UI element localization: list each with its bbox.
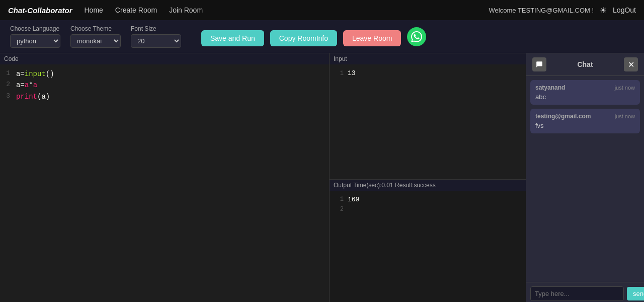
chat-msg-header-0: satyanand just now bbox=[535, 84, 635, 91]
code-line-1: 1 a=input() bbox=[0, 68, 329, 80]
code-editor[interactable]: 1 a=input() 2 a=a*a 3 print(a) bbox=[0, 64, 329, 302]
code-line-2: 2 a=a*a bbox=[0, 80, 329, 91]
toolbar-buttons: Save and Run Copy RoomInfo Leave Room bbox=[201, 27, 426, 46]
line-num-3: 3 bbox=[0, 91, 16, 102]
code-line-3: 3 print(a) bbox=[0, 91, 329, 102]
output-line-2: 2 bbox=[334, 205, 522, 214]
output-area: 1 169 2 bbox=[330, 191, 526, 303]
chat-msg-user-1: testing@gmail.com bbox=[535, 113, 591, 120]
nav-create-room[interactable]: Create Room bbox=[115, 6, 157, 14]
line-num-1: 1 bbox=[0, 68, 16, 79]
input-line-num-1: 1 bbox=[334, 69, 348, 79]
chat-icon-button[interactable] bbox=[532, 57, 546, 71]
chat-sidebar: Chat ✕ satyanand just now abc testing@gm… bbox=[526, 53, 644, 302]
theme-label: Choose Theme bbox=[70, 25, 121, 32]
copy-room-button[interactable]: Copy RoomInfo bbox=[270, 30, 337, 46]
theme-select[interactable]: monokai default dracula bbox=[70, 34, 121, 48]
chat-msg-user-0: satyanand bbox=[535, 84, 565, 91]
editor-section: Code 1 a=input() 2 a=a*a 3 print(a) bbox=[0, 53, 330, 302]
chat-header-bar: Chat ✕ bbox=[526, 53, 644, 76]
output-section: Output Time(sec):0.01 Result:success 1 1… bbox=[330, 180, 526, 303]
fontsize-group: Font Size 20 14 16 18 22 bbox=[131, 25, 181, 48]
nav-home[interactable]: Home bbox=[85, 6, 103, 14]
io-chat-panel: Input 1 13 Output Time(sec):0.01 Result:… bbox=[330, 53, 526, 302]
line-code-2: a=a*a bbox=[16, 80, 329, 91]
chat-messages: satyanand just now abc testing@gmail.com… bbox=[526, 76, 644, 282]
toolbar: Choose Language python javascript c++ Ch… bbox=[0, 20, 644, 53]
editor-label: Code bbox=[0, 53, 329, 64]
input-label: Input bbox=[330, 53, 526, 64]
theme-toggle-icon[interactable]: ☀ bbox=[600, 6, 607, 15]
navbar: Chat-Collaborator Home Create Room Join … bbox=[0, 0, 644, 20]
chat-msg-text-1: fvs bbox=[535, 122, 635, 129]
output-line-val-1: 169 bbox=[348, 195, 359, 205]
fontsize-select[interactable]: 20 14 16 18 22 bbox=[131, 34, 181, 48]
chat-msg-text-0: abc bbox=[535, 93, 635, 101]
input-area[interactable]: 1 13 bbox=[330, 64, 526, 179]
chat-msg-time-0: just now bbox=[615, 85, 635, 91]
output-line-num-1: 1 bbox=[334, 195, 348, 204]
whatsapp-button[interactable] bbox=[407, 27, 426, 46]
input-line-val-1: 13 bbox=[348, 68, 356, 79]
chat-msg-header-1: testing@gmail.com just now bbox=[535, 113, 635, 120]
chat-title: Chat bbox=[577, 60, 593, 68]
theme-group: Choose Theme monokai default dracula bbox=[70, 25, 121, 48]
save-run-button[interactable]: Save and Run bbox=[201, 30, 264, 46]
output-label: Output Time(sec):0.01 Result:success bbox=[330, 180, 526, 191]
chat-input[interactable] bbox=[530, 286, 624, 301]
chat-message-0: satyanand just now abc bbox=[530, 80, 640, 105]
input-line-1: 1 13 bbox=[334, 68, 522, 79]
close-icon: ✕ bbox=[628, 60, 634, 69]
fontsize-label: Font Size bbox=[131, 25, 181, 32]
output-line-1: 1 169 bbox=[334, 195, 522, 205]
line-code-3: print(a) bbox=[16, 91, 329, 102]
language-label: Choose Language bbox=[10, 25, 60, 32]
line-code-1: a=input() bbox=[16, 68, 329, 80]
chat-message-1: testing@gmail.com just now fvs bbox=[530, 109, 640, 133]
input-section: Input 1 13 bbox=[330, 53, 526, 180]
whatsapp-icon bbox=[411, 31, 422, 42]
chat-msg-time-1: just now bbox=[615, 113, 635, 119]
navbar-right: Welcome TESTING@GMAIL.COM ! ☀ LogOut bbox=[489, 6, 636, 15]
chat-close-button[interactable]: ✕ bbox=[624, 57, 638, 71]
language-group: Choose Language python javascript c++ bbox=[10, 25, 60, 48]
welcome-text: Welcome TESTING@GMAIL.COM ! bbox=[489, 7, 594, 14]
line-num-2: 2 bbox=[0, 80, 16, 90]
logout-link[interactable]: LogOut bbox=[613, 6, 636, 14]
main-layout: Code 1 a=input() 2 a=a*a 3 print(a) bbox=[0, 53, 644, 302]
app-brand: Chat-Collaborator bbox=[8, 6, 72, 15]
language-select[interactable]: python javascript c++ bbox=[10, 34, 60, 48]
output-line-num-2: 2 bbox=[334, 205, 348, 214]
chat-bubble-icon bbox=[536, 61, 543, 68]
nav-join-room[interactable]: Join Room bbox=[169, 6, 203, 14]
navbar-left: Chat-Collaborator Home Create Room Join … bbox=[8, 6, 203, 15]
leave-room-button[interactable]: Leave Room bbox=[343, 30, 401, 46]
chat-input-row: send bbox=[526, 282, 644, 302]
send-button[interactable]: send bbox=[627, 287, 644, 300]
